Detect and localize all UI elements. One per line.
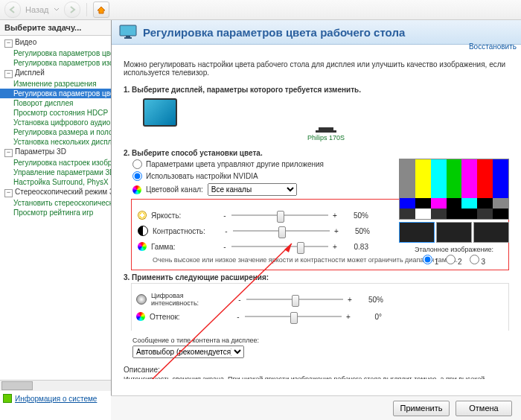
tree-item[interactable]: Регулировка настроек изображения с п (0, 158, 111, 168)
page-header: Регулировка параметров цвета рабочего ст… (112, 20, 521, 45)
tree-group[interactable]: −Стереоскопический режим 3D (0, 187, 111, 198)
ref-radio[interactable]: 2 (446, 255, 461, 266)
sidebar: Выберите задачу... −ВидеоРегулировка пар… (0, 20, 112, 404)
preview-panel: Эталонное изображение: 1 2 3 (399, 159, 509, 266)
color-bars-icon (399, 159, 509, 220)
nvidia-icon (3, 394, 12, 403)
chevron-down-icon[interactable] (54, 7, 60, 13)
radio-other-label: Параметрами цвета управляют другие прило… (146, 160, 324, 168)
tree-group[interactable]: −Дисплей (0, 68, 111, 79)
display-selector[interactable]: Philips 170S (143, 98, 509, 141)
color-wheel-icon (132, 185, 141, 194)
tree-item[interactable]: Изменение разрешения (0, 79, 111, 89)
preview-thumb-1[interactable] (399, 222, 435, 243)
restore-link[interactable]: Восстановить (469, 42, 517, 51)
radio-nvidia-label: Использовать настройки NVIDIA (146, 172, 258, 180)
hue-value: 0° (355, 313, 382, 321)
tree-item[interactable]: Просмотр рейтинга игр (0, 208, 111, 217)
tree-item[interactable]: Управление параметрами 3D (0, 168, 111, 177)
description-text: Интенсивность свечения экрана. При низко… (124, 375, 509, 379)
brightness-value: 50% (342, 211, 368, 220)
page-title: Регулировка параметров цвета рабочего ст… (143, 26, 514, 39)
tree-item[interactable]: Поворот дисплея (0, 98, 111, 108)
content-pane: Регулировка параметров цвета рабочего ст… (112, 20, 521, 404)
step3-label: 3. Применить следующие расширения: (124, 273, 269, 281)
tree-item[interactable]: Регулировка параметров изображения д (0, 58, 111, 68)
digital-value: 50% (357, 296, 383, 304)
main-area: Можно регулировать настройки цвета рабоч… (112, 53, 521, 379)
tree-item[interactable]: Регулировка параметров цвета для вид (0, 48, 111, 58)
home-icon (97, 5, 106, 14)
arrow-left-icon (8, 5, 17, 14)
color-channel-select[interactable]: Все каналы (208, 183, 297, 196)
description-header: Описание: (124, 366, 509, 374)
nav-tree: −ВидеоРегулировка параметров цвета для в… (0, 36, 111, 404)
tree-item[interactable]: Установка цифрового аудио (0, 118, 111, 127)
cancel-button[interactable]: Отмена (456, 401, 512, 416)
radio-other-apps[interactable] (132, 159, 142, 169)
h-scrollbar[interactable] (0, 380, 111, 391)
digital-vibrance-icon (136, 294, 147, 305)
forward-button[interactable] (64, 1, 80, 18)
tree-group[interactable]: −Параметры 3D (0, 147, 111, 158)
toolbar: Назад (0, 0, 521, 20)
svg-rect-2 (124, 37, 132, 39)
tree-group[interactable]: −Видео (0, 37, 111, 48)
hue-icon (136, 312, 145, 321)
hue-label: Оттенок: (150, 313, 231, 321)
contrast-value: 50% (343, 227, 370, 235)
gamma-slider[interactable] (231, 241, 328, 252)
back-button[interactable] (4, 1, 21, 18)
hue-slider[interactable] (245, 311, 342, 322)
brightness-slider[interactable] (231, 209, 328, 221)
preview-thumb-2[interactable] (436, 222, 472, 243)
gamma-value: 0.83 (342, 243, 368, 251)
ref-radio[interactable]: 3 (470, 255, 485, 266)
svg-rect-0 (120, 25, 136, 36)
digital-slider[interactable] (246, 293, 343, 305)
tree-item[interactable]: Установка нескольких дисплеев (0, 137, 111, 147)
brightness-icon (138, 211, 147, 220)
system-info-label: Информация о системе (15, 395, 97, 403)
contrast-slider[interactable] (233, 225, 330, 237)
contrast-label: Контрастность: (153, 227, 220, 235)
monitor-name: Philips 170S (143, 134, 509, 141)
home-button[interactable] (93, 1, 109, 18)
tree-item[interactable]: Установить стереоскопический режим 3 (0, 198, 111, 208)
gamma-icon (138, 242, 147, 251)
monitor-icon (143, 98, 177, 127)
digital-label: Цифровая интенсивность: (151, 292, 233, 307)
svg-rect-1 (126, 36, 130, 37)
tree-item[interactable]: Просмотр состояния HDCP (0, 108, 111, 118)
extensions-box: Цифровая интенсивность: - + 50% Оттенок:… (131, 283, 509, 331)
tree-item[interactable]: Настройка Surround, PhysX (0, 177, 111, 187)
intro-text: Можно регулировать настройки цвета рабоч… (124, 60, 509, 77)
monitor-color-icon (119, 25, 137, 39)
step1-label: 1. Выберите дисплей, параметры которого … (124, 86, 361, 94)
radio-nvidia[interactable] (132, 171, 142, 181)
task-header: Выберите задачу... (0, 20, 111, 36)
ref-radio[interactable]: 1 (423, 255, 438, 266)
back-label: Назад (25, 5, 49, 14)
system-info-link[interactable]: Информация о системе (3, 394, 97, 403)
preview-thumb-3[interactable] (473, 222, 509, 243)
footer: Применить Отмена (111, 395, 521, 420)
content-type-label: Сообщение о типе контента на дисплее: (132, 337, 509, 344)
brightness-label: Яркость: (151, 211, 218, 220)
tree-item[interactable]: Регулировка параметров цвета рабочег (0, 89, 111, 98)
gamma-label: Гамма: (151, 243, 218, 251)
step2-label: 2. Выберите способ установки цвета. (124, 149, 263, 157)
reference-label: Эталонное изображение: (399, 246, 509, 253)
arrow-right-icon (68, 5, 77, 14)
contrast-icon (138, 226, 148, 236)
content-type-select[interactable]: Автовыбор (рекомендуется) (132, 346, 244, 358)
apply-button[interactable]: Применить (393, 401, 450, 416)
color-channel-label: Цветовой канал: (146, 185, 203, 194)
tree-item[interactable]: Регулировка размера и положения рабо (0, 127, 111, 137)
